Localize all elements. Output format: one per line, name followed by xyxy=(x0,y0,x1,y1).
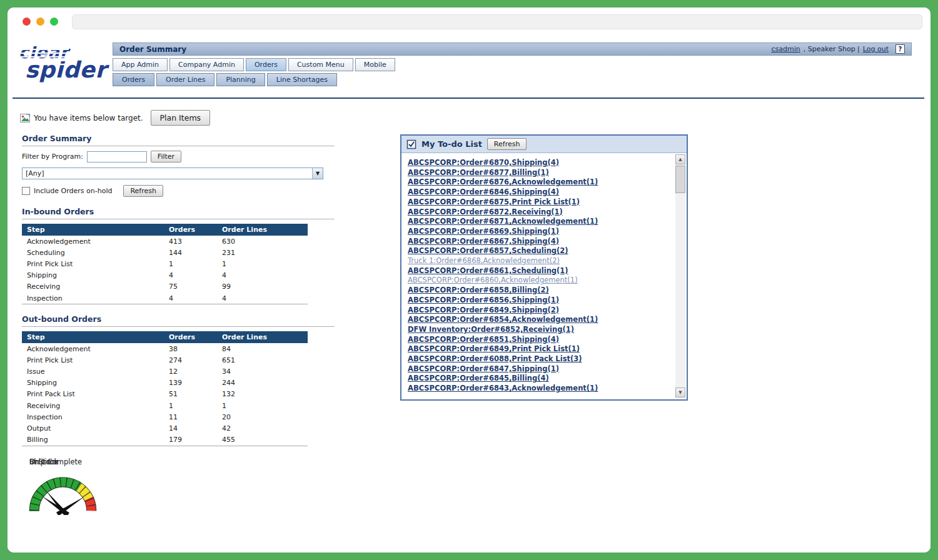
todo-item-link[interactable]: ABCSPCORP:Order#6088,Print Pack List(3) xyxy=(408,354,670,364)
todo-item-link[interactable]: ABCSPCORP:Order#6851,Shipping(4) xyxy=(408,335,670,345)
cell-orders: 12 xyxy=(164,366,217,378)
scroll-up-icon[interactable]: ▲ xyxy=(675,154,685,164)
header-divider xyxy=(13,98,924,99)
todo-item-link[interactable]: ABCSPCORP:Order#6858,Billing(2) xyxy=(408,286,670,296)
cell-step: Print Pick List xyxy=(22,258,164,269)
main-tab[interactable]: App Admin xyxy=(113,58,168,71)
refresh-orders-button[interactable]: Refresh xyxy=(123,185,163,197)
cell-orders: 4 xyxy=(164,292,217,304)
table-row: Inspection 4 4 xyxy=(22,292,308,304)
scroll-down-icon[interactable]: ▼ xyxy=(675,388,685,398)
cell-order-lines: 4 xyxy=(217,270,308,281)
broken-image-icon xyxy=(20,114,30,122)
col-header-step: Step xyxy=(22,331,164,343)
cell-orders: 4 xyxy=(164,270,217,281)
todo-item-link[interactable]: ABCSPCORP:Order#6857,Scheduling(2) xyxy=(408,246,670,256)
todo-item-link[interactable]: ABCSPCORP:Order#6869,Shipping(1) xyxy=(408,227,670,237)
todo-item-link[interactable]: ABCSPCORP:Order#6877,Billing(1) xyxy=(408,168,670,178)
logout-link[interactable]: Log out xyxy=(863,45,889,53)
program-select-value: [Any] xyxy=(26,169,44,178)
logo-word-clear: clear xyxy=(19,42,69,62)
todo-item-link[interactable]: ABCSPCORP:Order#6872,Receiving(1) xyxy=(408,208,670,218)
todo-item-link[interactable]: ABCSPCORP:Order#6849,Shipping(2) xyxy=(408,306,670,316)
outbound-orders-table: Step Orders Order Lines Acknowledgement … xyxy=(22,331,308,446)
user-link[interactable]: csadmin xyxy=(771,45,800,53)
chevron-down-icon: ▼ xyxy=(312,168,323,179)
main-tab[interactable]: Company Admin xyxy=(169,58,244,71)
window-minimize-button[interactable] xyxy=(36,18,44,26)
order-summary-panel: Order Summary Filter by Program: Filter … xyxy=(22,134,335,532)
sub-tab[interactable]: Orders xyxy=(113,73,154,86)
filter-button[interactable]: Filter xyxy=(151,151,181,162)
cell-step: Issue xyxy=(22,366,164,378)
alert-text: You have items below target. xyxy=(34,114,143,122)
window-zoom-button[interactable] xyxy=(50,18,58,26)
todo-item-link[interactable]: ABCSPCORP:Order#6875,Print Pick List(1) xyxy=(408,198,670,208)
browser-window: clear spider Order Summary csadmin , Spe… xyxy=(8,8,930,552)
table-row: Print Pack List 51 132 xyxy=(22,389,308,400)
company-label: , Speaker Shop | xyxy=(804,45,860,53)
inbound-orders-heading: In-bound Orders xyxy=(22,207,335,219)
todo-refresh-button[interactable]: Refresh xyxy=(487,138,527,150)
sub-tab[interactable]: Planning xyxy=(216,73,265,86)
below-target-alert: You have items below target. Plan Items xyxy=(20,110,210,126)
clearspider-logo[interactable]: clear spider xyxy=(19,42,106,82)
todo-item-link[interactable]: ABCSPCORP:Order#6867,Shipping(4) xyxy=(408,237,670,247)
todo-item-link[interactable]: ABCSPCORP:Order#6870,Shipping(4) xyxy=(408,158,670,168)
session-info: csadmin , Speaker Shop | Log out ? xyxy=(771,44,905,54)
todo-item-link[interactable]: ABCSPCORP:Order#6843,Acknowledgement(1) xyxy=(408,384,670,394)
sub-tab[interactable]: Order Lines xyxy=(156,73,214,86)
cell-step: Print Pack List xyxy=(22,389,164,400)
include-onhold-label: Include Orders on-hold xyxy=(34,187,112,195)
gauge-needle xyxy=(40,493,70,514)
todo-scrollbar[interactable]: ▲ ▼ xyxy=(675,154,685,398)
scrollbar-thumb[interactable] xyxy=(675,166,685,193)
kpi-gauge: Ship Complete xyxy=(22,458,116,515)
cell-step: Shipping xyxy=(22,378,164,389)
browser-chrome xyxy=(8,8,930,35)
main-tab[interactable]: Mobile xyxy=(355,58,395,71)
cell-order-lines: 99 xyxy=(217,281,308,292)
todo-item-link[interactable]: ABCSPCORP:Order#6849,Print Pick List(1) xyxy=(408,344,670,354)
todo-item-link[interactable]: Truck 1:Order#6868,Acknowledgement(2) xyxy=(408,256,670,266)
cell-step: Receiving xyxy=(22,400,164,411)
main-tab[interactable]: Custom Menu xyxy=(288,58,353,71)
todo-item-link[interactable]: ABCSPCORP:Order#6846,Shipping(4) xyxy=(408,188,670,198)
program-filter-row: Filter by Program: Filter xyxy=(22,151,335,162)
todo-item-link[interactable]: ABCSPCORP:Order#6860,Acknowledgement(1) xyxy=(408,276,670,286)
cell-step: Billing xyxy=(22,434,164,446)
todo-panel: My To-do List Refresh ABCSPCORP:Order#68… xyxy=(400,134,688,401)
cell-orders: 179 xyxy=(164,434,217,446)
cell-order-lines: 20 xyxy=(217,411,308,422)
todo-item-link[interactable]: ABCSPCORP:Order#6854,Acknowledgement(1) xyxy=(408,315,670,325)
cell-order-lines: 455 xyxy=(217,434,308,446)
todo-item-link[interactable]: ABCSPCORP:Order#6861,Scheduling(1) xyxy=(408,266,670,276)
plan-items-button[interactable]: Plan Items xyxy=(151,110,211,126)
include-onhold-checkbox[interactable] xyxy=(22,187,30,195)
cell-orders: 75 xyxy=(164,281,217,292)
program-filter-input[interactable] xyxy=(87,151,147,162)
help-icon[interactable]: ? xyxy=(895,44,905,54)
todo-item-link[interactable]: ABCSPCORP:Order#6876,Acknowledgement(1) xyxy=(408,178,670,188)
cell-orders: 1 xyxy=(164,258,217,269)
todo-item-link[interactable]: ABCSPCORP:Order#6856,Shipping(1) xyxy=(408,296,670,306)
main-tab[interactable]: Orders xyxy=(246,58,286,71)
program-select[interactable]: [Any] ▼ xyxy=(22,168,323,179)
window-controls xyxy=(23,18,58,26)
table-row: Print Pick List 1 1 xyxy=(22,258,308,269)
todo-item-link[interactable]: ABCSPCORP:Order#6847,Shipping(1) xyxy=(408,364,670,374)
cell-step: Acknowledgement xyxy=(22,343,164,354)
kpi-gauges: On time xyxy=(22,458,335,532)
cell-order-lines: 4 xyxy=(217,292,308,304)
table-row: Inspection 11 20 xyxy=(22,411,308,422)
todo-item-link[interactable]: ABCSPCORP:Order#6871,Acknowledgement(1) xyxy=(408,217,670,227)
inbound-orders-table: Step Orders Order Lines Acknowledgement … xyxy=(22,224,308,304)
todo-item-link[interactable]: ABCSPCORP:Order#6845,Billing(4) xyxy=(408,374,670,384)
address-bar[interactable] xyxy=(72,14,922,29)
todo-checklist-icon xyxy=(406,139,416,149)
cell-step: Inspection xyxy=(22,292,164,304)
sub-tab[interactable]: Line Shortages xyxy=(267,73,337,86)
window-close-button[interactable] xyxy=(23,18,31,26)
table-row: Scheduling 144 231 xyxy=(22,247,308,258)
todo-item-link[interactable]: DFW Inventory:Order#6852,Receiving(1) xyxy=(408,325,670,335)
